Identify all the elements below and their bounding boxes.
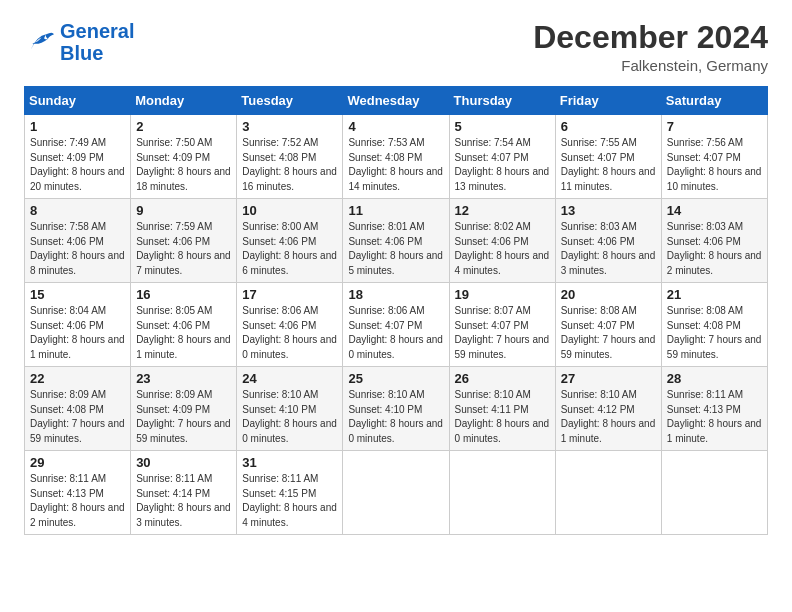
day-info: Sunrise: 7:55 AMSunset: 4:07 PMDaylight:… [561, 137, 656, 192]
day-info: Sunrise: 8:04 AMSunset: 4:06 PMDaylight:… [30, 305, 125, 360]
day-number: 26 [455, 371, 550, 386]
day-info: Sunrise: 8:10 AMSunset: 4:10 PMDaylight:… [348, 389, 443, 444]
table-row: 1 Sunrise: 7:49 AMSunset: 4:09 PMDayligh… [25, 115, 131, 199]
day-info: Sunrise: 7:52 AMSunset: 4:08 PMDaylight:… [242, 137, 337, 192]
col-thursday: Thursday [449, 87, 555, 115]
calendar-week-1: 8 Sunrise: 7:58 AMSunset: 4:06 PMDayligh… [25, 199, 768, 283]
table-row: 31 Sunrise: 8:11 AMSunset: 4:15 PMDaylig… [237, 451, 343, 535]
header: General Blue December 2024 Falkenstein, … [24, 20, 768, 74]
location: Falkenstein, Germany [533, 57, 768, 74]
day-info: Sunrise: 8:11 AMSunset: 4:15 PMDaylight:… [242, 473, 337, 528]
day-info: Sunrise: 8:00 AMSunset: 4:06 PMDaylight:… [242, 221, 337, 276]
day-number: 27 [561, 371, 656, 386]
header-row: Sunday Monday Tuesday Wednesday Thursday… [25, 87, 768, 115]
day-info: Sunrise: 7:54 AMSunset: 4:07 PMDaylight:… [455, 137, 550, 192]
table-row: 27 Sunrise: 8:10 AMSunset: 4:12 PMDaylig… [555, 367, 661, 451]
day-info: Sunrise: 7:59 AMSunset: 4:06 PMDaylight:… [136, 221, 231, 276]
table-row: 4 Sunrise: 7:53 AMSunset: 4:08 PMDayligh… [343, 115, 449, 199]
table-row: 15 Sunrise: 8:04 AMSunset: 4:06 PMDaylig… [25, 283, 131, 367]
table-row: 5 Sunrise: 7:54 AMSunset: 4:07 PMDayligh… [449, 115, 555, 199]
logo-line1: General [60, 20, 134, 42]
day-info: Sunrise: 8:11 AMSunset: 4:13 PMDaylight:… [667, 389, 762, 444]
day-number: 11 [348, 203, 443, 218]
day-info: Sunrise: 8:06 AMSunset: 4:07 PMDaylight:… [348, 305, 443, 360]
col-sunday: Sunday [25, 87, 131, 115]
table-row: 28 Sunrise: 8:11 AMSunset: 4:13 PMDaylig… [661, 367, 767, 451]
day-number: 3 [242, 119, 337, 134]
day-number: 22 [30, 371, 125, 386]
calendar-week-4: 29 Sunrise: 8:11 AMSunset: 4:13 PMDaylig… [25, 451, 768, 535]
day-number: 19 [455, 287, 550, 302]
day-number: 29 [30, 455, 125, 470]
table-row [449, 451, 555, 535]
day-info: Sunrise: 8:11 AMSunset: 4:13 PMDaylight:… [30, 473, 125, 528]
day-info: Sunrise: 8:07 AMSunset: 4:07 PMDaylight:… [455, 305, 550, 360]
table-row: 21 Sunrise: 8:08 AMSunset: 4:08 PMDaylig… [661, 283, 767, 367]
table-row: 8 Sunrise: 7:58 AMSunset: 4:06 PMDayligh… [25, 199, 131, 283]
col-wednesday: Wednesday [343, 87, 449, 115]
col-friday: Friday [555, 87, 661, 115]
day-number: 31 [242, 455, 337, 470]
day-info: Sunrise: 7:58 AMSunset: 4:06 PMDaylight:… [30, 221, 125, 276]
table-row: 18 Sunrise: 8:06 AMSunset: 4:07 PMDaylig… [343, 283, 449, 367]
day-number: 14 [667, 203, 762, 218]
day-number: 1 [30, 119, 125, 134]
day-number: 12 [455, 203, 550, 218]
calendar-body: 1 Sunrise: 7:49 AMSunset: 4:09 PMDayligh… [25, 115, 768, 535]
table-row: 29 Sunrise: 8:11 AMSunset: 4:13 PMDaylig… [25, 451, 131, 535]
col-tuesday: Tuesday [237, 87, 343, 115]
day-number: 21 [667, 287, 762, 302]
day-info: Sunrise: 8:11 AMSunset: 4:14 PMDaylight:… [136, 473, 231, 528]
table-row: 30 Sunrise: 8:11 AMSunset: 4:14 PMDaylig… [131, 451, 237, 535]
table-row: 12 Sunrise: 8:02 AMSunset: 4:06 PMDaylig… [449, 199, 555, 283]
table-row: 17 Sunrise: 8:06 AMSunset: 4:06 PMDaylig… [237, 283, 343, 367]
day-number: 5 [455, 119, 550, 134]
calendar-week-2: 15 Sunrise: 8:04 AMSunset: 4:06 PMDaylig… [25, 283, 768, 367]
table-row [343, 451, 449, 535]
col-saturday: Saturday [661, 87, 767, 115]
day-number: 18 [348, 287, 443, 302]
day-info: Sunrise: 8:08 AMSunset: 4:08 PMDaylight:… [667, 305, 762, 360]
table-row: 3 Sunrise: 7:52 AMSunset: 4:08 PMDayligh… [237, 115, 343, 199]
table-row [661, 451, 767, 535]
day-number: 16 [136, 287, 231, 302]
day-info: Sunrise: 8:10 AMSunset: 4:11 PMDaylight:… [455, 389, 550, 444]
logo: General Blue [24, 20, 134, 64]
day-info: Sunrise: 8:03 AMSunset: 4:06 PMDaylight:… [667, 221, 762, 276]
page: General Blue December 2024 Falkenstein, … [0, 0, 792, 612]
logo-line2: Blue [60, 42, 103, 64]
day-info: Sunrise: 8:09 AMSunset: 4:08 PMDaylight:… [30, 389, 125, 444]
table-row: 11 Sunrise: 8:01 AMSunset: 4:06 PMDaylig… [343, 199, 449, 283]
day-number: 15 [30, 287, 125, 302]
table-row [555, 451, 661, 535]
day-info: Sunrise: 7:50 AMSunset: 4:09 PMDaylight:… [136, 137, 231, 192]
day-info: Sunrise: 8:10 AMSunset: 4:12 PMDaylight:… [561, 389, 656, 444]
day-number: 20 [561, 287, 656, 302]
day-number: 25 [348, 371, 443, 386]
table-row: 24 Sunrise: 8:10 AMSunset: 4:10 PMDaylig… [237, 367, 343, 451]
table-row: 20 Sunrise: 8:08 AMSunset: 4:07 PMDaylig… [555, 283, 661, 367]
table-row: 10 Sunrise: 8:00 AMSunset: 4:06 PMDaylig… [237, 199, 343, 283]
col-monday: Monday [131, 87, 237, 115]
calendar-week-3: 22 Sunrise: 8:09 AMSunset: 4:08 PMDaylig… [25, 367, 768, 451]
table-row: 16 Sunrise: 8:05 AMSunset: 4:06 PMDaylig… [131, 283, 237, 367]
month-title: December 2024 [533, 20, 768, 55]
calendar-week-0: 1 Sunrise: 7:49 AMSunset: 4:09 PMDayligh… [25, 115, 768, 199]
day-number: 9 [136, 203, 231, 218]
day-info: Sunrise: 8:09 AMSunset: 4:09 PMDaylight:… [136, 389, 231, 444]
table-row: 13 Sunrise: 8:03 AMSunset: 4:06 PMDaylig… [555, 199, 661, 283]
day-number: 2 [136, 119, 231, 134]
day-info: Sunrise: 8:01 AMSunset: 4:06 PMDaylight:… [348, 221, 443, 276]
day-number: 10 [242, 203, 337, 218]
day-number: 8 [30, 203, 125, 218]
table-row: 14 Sunrise: 8:03 AMSunset: 4:06 PMDaylig… [661, 199, 767, 283]
day-info: Sunrise: 8:08 AMSunset: 4:07 PMDaylight:… [561, 305, 656, 360]
table-row: 25 Sunrise: 8:10 AMSunset: 4:10 PMDaylig… [343, 367, 449, 451]
day-info: Sunrise: 8:05 AMSunset: 4:06 PMDaylight:… [136, 305, 231, 360]
table-row: 6 Sunrise: 7:55 AMSunset: 4:07 PMDayligh… [555, 115, 661, 199]
table-row: 19 Sunrise: 8:07 AMSunset: 4:07 PMDaylig… [449, 283, 555, 367]
day-number: 23 [136, 371, 231, 386]
day-info: Sunrise: 7:56 AMSunset: 4:07 PMDaylight:… [667, 137, 762, 192]
table-row: 23 Sunrise: 8:09 AMSunset: 4:09 PMDaylig… [131, 367, 237, 451]
table-row: 26 Sunrise: 8:10 AMSunset: 4:11 PMDaylig… [449, 367, 555, 451]
